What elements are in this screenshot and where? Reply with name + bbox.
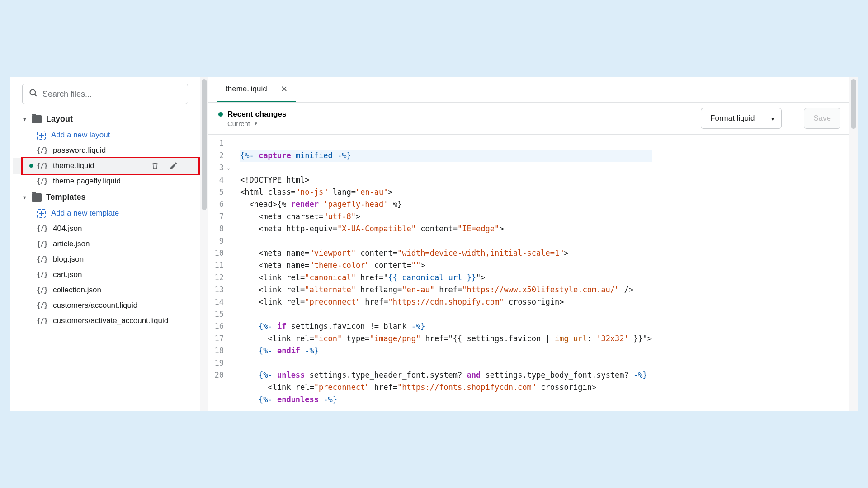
save-button[interactable]: Save <box>804 108 840 129</box>
json-file-icon: {/} <box>37 271 47 279</box>
file-item-password[interactable]: {/} password.liquid <box>13 143 200 158</box>
scroll-thumb[interactable] <box>202 79 207 210</box>
modified-dot-icon <box>29 164 33 168</box>
code-line: {%- endunless -%} <box>240 395 337 404</box>
file-sidebar: ▼ Layout Add a new layout {/} password.l… <box>10 77 200 411</box>
code-line <box>240 236 245 245</box>
file-tree[interactable]: ▼ Layout Add a new layout {/} password.l… <box>10 111 200 411</box>
editor-pane: theme.liquid ✕ Recent changes Current ▼ … <box>208 77 849 411</box>
code-line: <html class="no-js" lang="en-au"> <box>240 188 393 197</box>
folder-icon <box>32 193 42 202</box>
json-file-icon: {/} <box>37 240 47 248</box>
caret-down-icon: ▼ <box>254 121 258 126</box>
code-content[interactable]: {%- capture minified -%} <!DOCTYPE html>… <box>232 135 652 411</box>
liquid-file-icon: {/} <box>37 301 47 310</box>
section-layout[interactable]: ▼ Layout <box>13 111 200 127</box>
line-gutter: 12345 678910 1112131415 1617181920 <box>208 135 232 411</box>
caret-down-icon: ▼ <box>22 195 27 200</box>
status-dot-icon <box>218 112 223 117</box>
file-item-article[interactable]: {/}article.json <box>13 236 200 252</box>
file-name: customers/account.liquid <box>53 301 137 310</box>
tab-label: theme.liquid <box>226 84 267 94</box>
file-name: theme.liquid <box>53 161 94 170</box>
version-label: Current <box>227 120 250 127</box>
add-template-label: Add a new template <box>51 209 119 218</box>
code-line: <link rel="canonical" href="{{ canonical… <box>240 273 486 282</box>
recent-changes: Recent changes Current ▼ <box>218 110 286 127</box>
file-item-cart[interactable]: {/}cart.json <box>13 267 200 282</box>
svg-line-1 <box>35 94 37 96</box>
version-dropdown[interactable]: Current ▼ <box>218 120 286 127</box>
file-name: 404.json <box>53 224 82 233</box>
file-name: theme.pagefly.liquid <box>53 177 121 186</box>
folder-icon <box>32 115 42 123</box>
format-button-group: Format liquid ▼ <box>701 108 782 129</box>
add-icon <box>37 209 46 218</box>
code-line: <link rel="icon" type="image/png" href="… <box>240 334 652 343</box>
liquid-file-icon: {/} <box>37 162 47 170</box>
liquid-file-icon: {/} <box>37 177 47 185</box>
section-label: Templates <box>46 192 86 202</box>
code-line: {%- if settings.favicon != blank -%} <box>240 322 425 331</box>
file-item-cust-account[interactable]: {/}customers/account.liquid <box>13 298 200 313</box>
liquid-file-icon: {/} <box>37 146 47 155</box>
json-file-icon: {/} <box>37 286 47 294</box>
file-name: password.liquid <box>53 146 106 155</box>
code-line: {%- endif -%} <box>240 346 319 355</box>
delete-file-button[interactable] <box>151 161 159 170</box>
search-input-wrap[interactable] <box>22 84 188 104</box>
add-layout-link[interactable]: Add a new layout <box>13 127 200 143</box>
code-editor-app: ▼ Layout Add a new layout {/} password.l… <box>10 77 858 411</box>
file-item-theme-pagefly[interactable]: {/} theme.pagefly.liquid <box>13 174 200 189</box>
code-line: <meta charset="utf-8"> <box>240 212 360 221</box>
file-item-collection[interactable]: {/}collection.json <box>13 282 200 298</box>
toolbar-divider <box>793 107 793 130</box>
code-line <box>240 310 245 319</box>
code-line: {%- unless settings.type_header_font.sys… <box>240 371 647 380</box>
code-line <box>240 358 245 367</box>
code-line: <meta name="theme-color" content=""> <box>240 261 425 270</box>
code-line: <meta http-equiv="X-UA-Compatible" conte… <box>240 224 504 233</box>
format-liquid-button[interactable]: Format liquid <box>701 108 764 129</box>
add-icon <box>37 131 46 140</box>
caret-down-icon: ▼ <box>770 117 775 122</box>
liquid-file-icon: {/} <box>37 317 47 325</box>
code-line: <head>{% render 'pagefly-head' %} <box>240 200 402 209</box>
file-name: article.json <box>53 239 90 249</box>
code-line: <!DOCTYPE html> <box>240 175 310 184</box>
json-file-icon: {/} <box>37 255 47 263</box>
editor-toolbar: Recent changes Current ▼ Format liquid ▼… <box>208 103 849 135</box>
code-line: <meta name="viewport" content="width=dev… <box>240 249 569 258</box>
svg-point-0 <box>30 90 36 95</box>
json-file-icon: {/} <box>37 225 47 233</box>
section-templates[interactable]: ▼ Templates <box>13 189 200 206</box>
file-item-cust-activate[interactable]: {/}customers/activate_account.liquid <box>13 313 200 328</box>
code-line: <link rel="alternate" hreflang="en-au" h… <box>240 285 633 294</box>
format-options-button[interactable]: ▼ <box>764 108 782 129</box>
tab-bar: theme.liquid ✕ <box>208 77 849 103</box>
file-name: blog.json <box>53 255 84 264</box>
file-name: customers/activate_account.liquid <box>53 316 168 325</box>
file-name: cart.json <box>53 270 82 279</box>
editor-scrollbar[interactable] <box>849 77 858 411</box>
add-layout-label: Add a new layout <box>51 131 110 140</box>
search-icon <box>29 89 38 99</box>
code-editor[interactable]: 12345 678910 1112131415 1617181920 {%- c… <box>208 135 849 411</box>
caret-down-icon: ▼ <box>22 117 27 122</box>
sidebar-scrollbar[interactable] <box>200 77 208 411</box>
file-item-404[interactable]: {/}404.json <box>13 221 200 236</box>
file-item-blog[interactable]: {/}blog.json <box>13 252 200 267</box>
file-name: collection.json <box>53 286 101 295</box>
rename-file-button[interactable] <box>169 161 178 170</box>
code-line: <link rel="preconnect" href="https://cdn… <box>240 297 564 306</box>
tab-theme-liquid[interactable]: theme.liquid ✕ <box>217 77 296 102</box>
close-icon[interactable]: ✕ <box>281 84 288 94</box>
search-input[interactable] <box>42 89 181 99</box>
scroll-thumb[interactable] <box>851 79 856 129</box>
code-line: <link rel="preconnect" href="https://fon… <box>240 383 596 392</box>
section-label: Layout <box>46 114 73 124</box>
recent-changes-label: Recent changes <box>227 110 286 119</box>
add-template-link[interactable]: Add a new template <box>13 206 200 221</box>
file-item-theme[interactable]: {/} theme.liquid <box>13 158 200 174</box>
